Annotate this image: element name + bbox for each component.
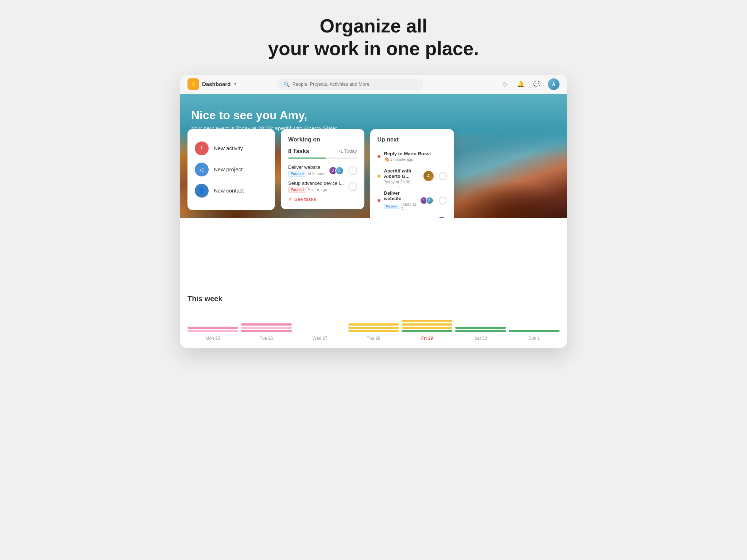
nav-dashboard-label: Dashboard <box>202 81 231 87</box>
day-bar <box>455 327 506 329</box>
notification-icon[interactable]: 🔔 <box>516 79 526 89</box>
event-time: Today at 20:00 <box>384 180 410 184</box>
avatar[interactable]: A <box>548 78 560 90</box>
day-label: Fri 29 <box>421 336 433 341</box>
event-circle[interactable] <box>439 197 447 205</box>
week-bars <box>455 310 506 332</box>
nav-logo[interactable]: ⚡ Dashboard ▾ <box>187 78 236 90</box>
event-info: Meet Elly Powell Today at 22:00 <box>384 217 433 218</box>
task-name: Setup advanced device l... <box>288 180 344 186</box>
week-bars <box>241 310 292 332</box>
task-count-row: 8 Tasks -1 Today <box>288 148 357 155</box>
event-name: Reply to Mario Rossi <box>384 151 447 156</box>
event-avatar: A <box>423 171 434 181</box>
checkmark-icon: ✓ <box>288 197 292 202</box>
task-diff: -1 Today <box>339 148 357 154</box>
task-meta: In 2 hours <box>308 171 326 176</box>
message-icon[interactable]: 💬 <box>532 79 542 89</box>
day-bar <box>455 330 506 332</box>
working-on-title: Working on <box>288 136 357 143</box>
new-contact-item[interactable]: 👤 New contact <box>195 180 268 201</box>
day-label: Wed 27 <box>313 336 328 341</box>
week-day-sat: Sat 30 <box>455 310 506 341</box>
day-bar <box>402 327 452 329</box>
this-week-title: This week <box>187 295 560 303</box>
new-project-label: New project <box>214 166 243 172</box>
event-name: Aperitif with Alberto G... <box>384 168 420 179</box>
day-label: Tue 26 <box>260 336 273 341</box>
progress-bar <box>288 158 357 159</box>
week-day-sun: Sun 1 <box>509 310 560 341</box>
day-bar <box>348 327 399 329</box>
event-dot <box>378 175 380 178</box>
new-activity-label: New activity <box>214 145 243 151</box>
nav-bar: ⚡ Dashboard ▾ 🔍 ◇ 🔔 💬 A <box>180 75 567 94</box>
event-time-row: 🐴 1 minute ago <box>384 157 447 162</box>
event-time: 🐴 1 minute ago <box>384 157 414 162</box>
week-bars <box>187 310 238 332</box>
see-tasks-link[interactable]: ✓ See tasks <box>288 197 357 202</box>
day-bar <box>402 320 452 322</box>
week-bars <box>348 310 399 332</box>
event-item[interactable]: Deliver website Paused Today at 2... J A <box>378 187 447 214</box>
nav-search-bar[interactable]: 🔍 <box>278 79 423 90</box>
event-dot <box>378 155 380 158</box>
shape-icon[interactable]: ◇ <box>500 79 510 89</box>
cards-row: + New activity ◁ New project 👤 New conta… <box>180 129 567 218</box>
hero-line1: Organize all <box>320 15 427 36</box>
bottom-section: This week Mon 25 Tue 26 <box>180 284 567 348</box>
day-bar <box>348 323 399 326</box>
event-dot <box>378 199 380 202</box>
day-bar <box>241 323 292 326</box>
event-time: Today at 2... <box>401 202 418 211</box>
task-circle[interactable] <box>348 182 357 191</box>
event-time-row: Paused Today at 2... <box>384 202 418 211</box>
task-count: 8 Tasks <box>288 148 309 155</box>
up-next-card: Up next Reply to Mario Rossi 🐴 1 minute … <box>370 129 454 218</box>
event-item[interactable]: Aperitif with Alberto G... Today at 20:0… <box>378 165 447 187</box>
working-on-card: Working on 8 Tasks -1 Today Deliver webs… <box>281 129 364 209</box>
task-avatars: J A <box>331 166 344 175</box>
task-item[interactable]: Setup advanced device l... Paused Set 1d… <box>288 180 357 193</box>
day-label: Sun 1 <box>529 336 540 341</box>
new-contact-icon: 👤 <box>195 184 209 198</box>
progress-fill <box>288 158 326 159</box>
app-window: ⚡ Dashboard ▾ 🔍 ◇ 🔔 💬 A Nice to see you … <box>180 75 567 348</box>
event-item[interactable]: Meet Elly Powell Today at 22:00 E <box>378 214 447 218</box>
day-label: Sat 30 <box>474 336 487 341</box>
nav-actions: ◇ 🔔 💬 A <box>500 78 560 90</box>
page-hero-text: Organize all your work in one place. <box>268 15 479 60</box>
search-input[interactable] <box>293 81 418 87</box>
new-project-item[interactable]: ◁ New project <box>195 159 268 180</box>
event-name: Meet Elly Powell <box>384 217 433 218</box>
task-meta: Set 1d ago <box>308 187 327 192</box>
event-item[interactable]: Reply to Mario Rossi 🐴 1 minute ago <box>378 148 447 165</box>
event-info: Reply to Mario Rossi 🐴 1 minute ago <box>384 151 447 162</box>
new-activity-item[interactable]: + New activity <box>195 138 268 159</box>
week-day-mon: Mon 25 <box>187 310 238 341</box>
week-bars <box>402 310 452 332</box>
task-circle[interactable] <box>348 166 357 175</box>
new-activity-icon: + <box>195 141 209 155</box>
day-bar <box>241 330 292 332</box>
event-name: Deliver website <box>384 190 418 201</box>
app-logo-icon: ⚡ <box>187 78 199 90</box>
task-avatar: A <box>335 166 344 175</box>
hero-line2: your work in one place. <box>268 38 479 59</box>
day-label: Thu 28 <box>367 336 380 341</box>
event-time-row: Today at 20:00 <box>384 180 420 184</box>
task-tag-red: Paused <box>288 187 306 193</box>
hero-greeting: Nice to see you Amy, <box>191 109 556 122</box>
quick-actions-card: + New activity ◁ New project 👤 New conta… <box>187 129 275 210</box>
hero-banner: Nice to see you Amy, Your next event is … <box>180 94 567 218</box>
task-name: Deliver website <box>288 164 328 170</box>
day-bar <box>187 330 238 332</box>
event-info: Deliver website Paused Today at 2... <box>384 190 418 211</box>
see-tasks-label: See tasks <box>294 197 316 202</box>
task-tag-paused: Paused <box>288 171 306 177</box>
day-bar <box>187 327 238 329</box>
task-item[interactable]: Deliver website Paused In 2 hours J A <box>288 164 357 177</box>
event-circle[interactable] <box>439 172 447 180</box>
week-grid: Mon 25 Tue 26 Wed 27 <box>187 310 560 341</box>
event-avatars: J A <box>422 197 434 205</box>
